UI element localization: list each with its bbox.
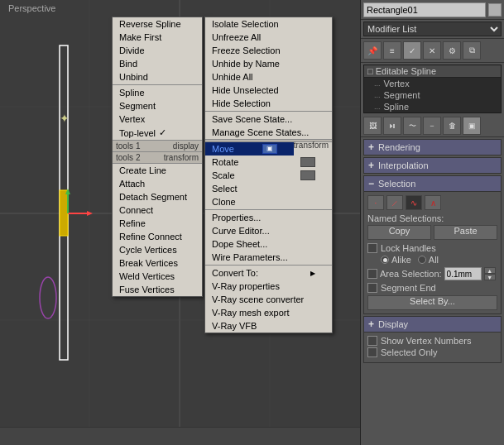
menu-item-curve-editor[interactable]: Curve Editor...: [205, 224, 332, 237]
menu-item-isolate[interactable]: Isolate Selection: [205, 17, 332, 31]
menu-item-vray-mesh-export[interactable]: V-Ray mesh export: [205, 306, 332, 319]
rendering-rollout-header[interactable]: + Rendering: [363, 139, 502, 156]
menu-item-refine[interactable]: Refine: [113, 217, 202, 230]
object-color-box[interactable]: [488, 3, 502, 17]
panel-icon-pin[interactable]: 📌: [363, 41, 382, 60]
alike-all-group: Alike All: [367, 255, 497, 265]
menu-section-2: tools 2 transform: [113, 152, 202, 164]
modifier-list-select[interactable]: Modifier List: [363, 22, 502, 36]
stack-item-spline[interactable]: Spline: [364, 101, 501, 112]
copy-button[interactable]: Copy: [367, 225, 431, 240]
menu-item-unhide-all[interactable]: Unhide All: [205, 70, 332, 84]
object-name-row: [361, 0, 504, 20]
menu-item-unhide-by-name[interactable]: Unhide by Name: [205, 57, 332, 70]
selection-rollout-header[interactable]: − Selection: [363, 175, 502, 192]
menu-item-make-first[interactable]: Make First: [113, 31, 202, 44]
icon-active[interactable]: ▣: [463, 117, 481, 135]
menu-item-hide-unselected[interactable]: Hide Unselected: [205, 84, 332, 97]
menu-item-vertex[interactable]: Vertex: [113, 112, 202, 126]
lock-handles-checkbox[interactable]: [367, 243, 377, 253]
stack-item-vertex[interactable]: Vertex: [364, 78, 501, 89]
panel-icon-settings[interactable]: ⚙: [443, 41, 461, 60]
menu-item-manage-scene-states[interactable]: Manage Scene States...: [205, 126, 332, 139]
lock-handles-row: Lock Handles: [367, 243, 497, 253]
icon-minus[interactable]: −: [423, 117, 441, 135]
sel-icon-vertex[interactable]: ·: [367, 195, 384, 210]
menu-section-1: tools 1 display: [113, 140, 202, 152]
sel-icon-spline[interactable]: ∿: [406, 195, 422, 210]
menu-item-vray-vfb[interactable]: V-Ray VFB: [205, 319, 332, 333]
menu-item-scale[interactable]: Scale: [205, 169, 332, 182]
paste-button[interactable]: Paste: [434, 225, 497, 240]
menu-item-refine-connect[interactable]: Refine Connect: [113, 230, 202, 243]
menu-item-unbind[interactable]: Unbind: [113, 70, 202, 84]
menu-item-attach[interactable]: Attach: [113, 177, 202, 190]
right-panel: Modifier List 📌 ≡ ✓ ✕ ⚙ ⧉ □ Editable Spl…: [360, 0, 504, 445]
menu-item-create-line[interactable]: Create Line: [113, 164, 202, 177]
menu-item-clone[interactable]: Clone: [205, 195, 332, 208]
menu-item-dope-sheet[interactable]: Dope Sheet...: [205, 237, 332, 251]
svg-text:Perspective: Perspective: [8, 3, 55, 13]
spinner-down[interactable]: ▼: [484, 274, 496, 280]
menu-item-convert-to[interactable]: Convert To: ▶: [205, 266, 332, 280]
icon-curve[interactable]: 〜: [403, 117, 421, 135]
segment-end-row: Segment End: [367, 283, 497, 293]
stack-item-segment[interactable]: Segment: [364, 89, 501, 101]
radio-all[interactable]: All: [418, 255, 439, 265]
menu-item-break-vertices[interactable]: Break Vertices: [113, 256, 202, 270]
menu-item-select[interactable]: Select: [205, 182, 332, 195]
menu-item-unfreeze-all[interactable]: Unfreeze All: [205, 31, 332, 44]
object-name-input[interactable]: [363, 2, 486, 17]
menu-item-bind[interactable]: Bind: [113, 57, 202, 70]
display-rollout-header[interactable]: + Display: [363, 316, 502, 333]
menu-item-cycle-vertices[interactable]: Cycle Vertices: [113, 243, 202, 256]
show-vertex-numbers-row: Show Vertex Numbers: [367, 336, 497, 346]
sel-icon-curve[interactable]: ∧: [425, 195, 441, 210]
radio-alike-dot[interactable]: [381, 256, 389, 264]
panel-icon-x[interactable]: ✕: [423, 41, 441, 60]
menu-item-connect[interactable]: Connect: [113, 203, 202, 217]
menu-item-fuse-vertices[interactable]: Fuse Vertices: [113, 283, 202, 296]
viewport-toolbar: [0, 427, 360, 445]
menu-item-vray-properties[interactable]: V-Ray properties: [205, 280, 332, 293]
menu-item-detach-segment[interactable]: Detach Segment: [113, 190, 202, 203]
right-context-menu[interactable]: Isolate Selection Unfreeze All Freeze Se…: [204, 17, 333, 333]
menu-item-top-level[interactable]: Top-level ✓: [113, 126, 202, 140]
left-context-menu[interactable]: Reverse Spline Make First Divide Bind Un…: [112, 17, 203, 297]
menu-item-move[interactable]: Move ▣: [205, 142, 294, 156]
selected-only-cb[interactable]: [367, 347, 377, 357]
panel-icon-copy[interactable]: ⧉: [463, 41, 481, 60]
menu-item-save-scene-state[interactable]: Save Scene State...: [205, 112, 332, 126]
menu-item-spline[interactable]: Spline: [113, 86, 202, 99]
menu-sep-2: [205, 111, 332, 112]
rendering-rollout: + Rendering: [363, 139, 502, 156]
interpolation-rollout-header[interactable]: + Interpolation: [363, 157, 502, 174]
interpolation-rollout: + Interpolation: [363, 157, 502, 174]
stack-header: □ Editable Spline: [364, 65, 501, 78]
menu-item-divide[interactable]: Divide: [113, 44, 202, 57]
sel-icon-segment[interactable]: ⟋: [386, 195, 403, 210]
radio-alike[interactable]: Alike: [381, 255, 411, 265]
segment-end-checkbox[interactable]: [367, 283, 377, 293]
select-by-button[interactable]: Select By...: [367, 295, 497, 310]
panel-icons-row-2: 🖼 ⏯ 〜 − 🗑 ▣: [361, 115, 504, 137]
menu-item-reverse-spline[interactable]: Reverse Spline: [113, 17, 202, 31]
spinner-up[interactable]: ▲: [484, 267, 496, 274]
icon-trash[interactable]: 🗑: [443, 117, 461, 135]
menu-item-freeze-selection[interactable]: Freeze Selection: [205, 44, 332, 57]
menu-item-rotate[interactable]: Rotate: [205, 156, 332, 169]
icon-anim[interactable]: ⏯: [383, 117, 401, 135]
show-vertex-cb[interactable]: [367, 336, 377, 346]
area-sel-input[interactable]: [444, 267, 482, 280]
menu-item-weld-vertices[interactable]: Weld Vertices: [113, 270, 202, 283]
panel-icon-stack[interactable]: ≡: [383, 41, 401, 60]
icon-render[interactable]: 🖼: [363, 117, 382, 135]
menu-item-segment[interactable]: Segment: [113, 99, 202, 112]
menu-item-vray-scene-converter[interactable]: V-Ray scene converter: [205, 293, 332, 306]
area-sel-checkbox[interactable]: [367, 269, 377, 279]
menu-item-hide-selection[interactable]: Hide Selection: [205, 97, 332, 110]
menu-item-properties[interactable]: Properties...: [205, 211, 332, 224]
radio-all-dot[interactable]: [418, 256, 426, 264]
panel-icon-check[interactable]: ✓: [403, 41, 421, 60]
menu-item-wire-parameters[interactable]: Wire Parameters...: [205, 251, 332, 264]
